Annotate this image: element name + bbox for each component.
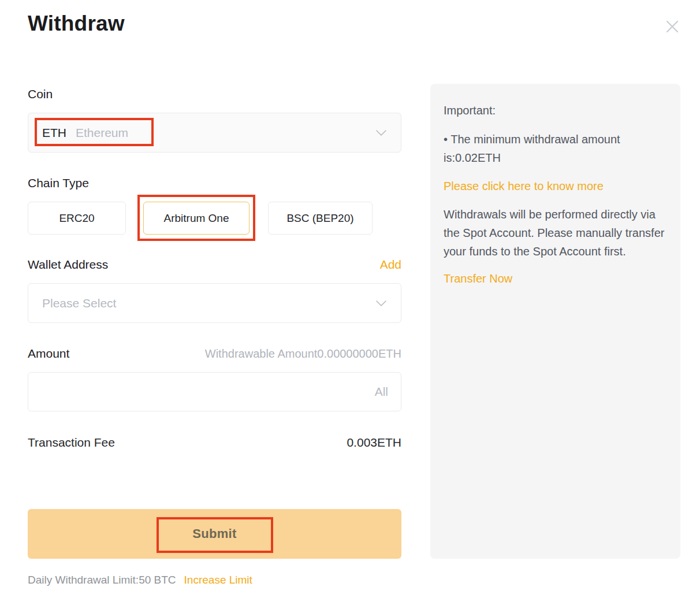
amount-field[interactable]: All [28, 372, 401, 411]
chain-option-erc20[interactable]: ERC20 [28, 202, 126, 235]
coin-name: Ethereum [76, 126, 128, 140]
close-button[interactable] [662, 16, 683, 37]
chain-option-bsc-bep20[interactable]: BSC (BEP20) [268, 202, 373, 235]
withdraw-dialog: Withdraw Coin ETH Ethereum Chain Type ER… [0, 0, 700, 609]
daily-withdrawal-limit-text: Daily Withdrawal Limit:50 BTC [28, 574, 176, 586]
amount-all-button[interactable]: All [375, 385, 388, 399]
close-icon [664, 18, 680, 35]
wallet-address-select[interactable]: Please Select [28, 283, 401, 323]
add-address-link[interactable]: Add [380, 258, 401, 272]
transfer-now-link[interactable]: Transfer Now [444, 269, 667, 288]
know-more-link[interactable]: Please click here to know more [444, 177, 667, 195]
chain-option-arbitrum-one[interactable]: Arbitrum One [143, 202, 250, 235]
coin-label: Coin [28, 87, 53, 101]
wallet-address-label: Wallet Address [28, 258, 108, 272]
wallet-address-placeholder: Please Select [42, 296, 116, 310]
increase-limit-link[interactable]: Increase Limit [184, 574, 252, 586]
submit-button[interactable]: Submit [28, 509, 401, 559]
important-info-panel: Important: • The minimum withdrawal amou… [430, 84, 680, 559]
spot-account-note: Withdrawals will be performed directly v… [444, 205, 667, 261]
amount-label: Amount [28, 347, 69, 361]
chevron-down-icon [375, 300, 387, 307]
coin-select[interactable]: ETH Ethereum [28, 113, 401, 153]
page-title: Withdraw [28, 12, 125, 36]
transaction-fee-value: 0.003ETH [347, 436, 401, 450]
important-heading: Important: [444, 101, 667, 120]
transaction-fee-label: Transaction Fee [28, 436, 115, 450]
chevron-down-icon [375, 129, 387, 136]
minimum-withdrawal-note: • The minimum withdrawal amount is:0.02E… [444, 130, 667, 167]
withdrawable-amount-hint: Withdrawable Amount0.00000000ETH [205, 347, 401, 361]
amount-input[interactable] [41, 373, 375, 411]
coin-symbol: ETH [42, 126, 66, 140]
chain-type-label: Chain Type [28, 176, 89, 190]
